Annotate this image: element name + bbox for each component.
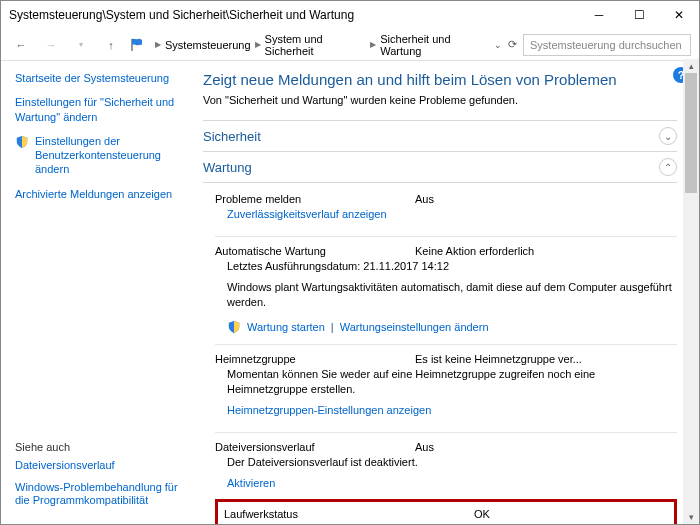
maintenance-settings-link[interactable]: Wartungseinstellungen ändern (340, 321, 489, 333)
drive-status-label: Laufwerkstatus (224, 508, 474, 520)
minimize-button[interactable]: ─ (579, 1, 619, 29)
section-maintenance[interactable]: Wartung ⌃ (203, 152, 677, 183)
page-subtitle: Von "Sicherheit und Wartung" wurden kein… (203, 94, 677, 106)
chevron-right-icon: ▶ (155, 40, 161, 49)
window-title: Systemsteuerung\System und Sicherheit\Si… (9, 8, 354, 22)
search-input[interactable]: Systemsteuerung durchsuchen (523, 34, 691, 56)
sidebar-link-uac[interactable]: Einstellungen der Benutzerkontensteuerun… (35, 134, 181, 177)
report-problems-label: Probleme melden (215, 193, 415, 205)
auto-maintenance-lastrun: Letztes Ausführungsdatum: 21.11.2017 14:… (215, 257, 677, 280)
recent-dropdown[interactable]: ▾ (69, 33, 93, 57)
reliability-history-link[interactable]: Zuverlässigkeitsverlauf anzeigen (227, 208, 387, 220)
forward-button[interactable]: → (39, 33, 63, 57)
chevron-right-icon: ▶ (370, 40, 376, 49)
refresh-icon[interactable]: ⟳ (508, 38, 517, 51)
seealso-filehistory[interactable]: Dateiversionsverlauf (15, 459, 181, 473)
filehistory-desc: Der Dateiversionsverlauf ist deaktiviert… (215, 453, 677, 476)
drive-status-value: OK (474, 508, 668, 520)
seealso-heading: Siehe auch (15, 441, 181, 453)
page-title: Zeigt neue Meldungen an und hilft beim L… (203, 71, 677, 88)
filehistory-enable-link[interactable]: Aktivieren (227, 477, 275, 489)
auto-maintenance-label: Automatische Wartung (215, 245, 415, 257)
drive-status-highlight: Laufwerkstatus OK Alle Laufwerke funktio… (215, 499, 677, 525)
filehistory-value: Aus (415, 441, 677, 453)
chevron-down-icon[interactable]: ⌄ (494, 40, 502, 50)
close-button[interactable]: ✕ (659, 1, 699, 29)
homegroup-value: Es ist keine Heimnetzgruppe ver... (415, 353, 677, 365)
auto-maintenance-desc: Windows plant Wartungsaktivitäten automa… (215, 280, 677, 316)
report-problems-value: Aus (415, 193, 677, 205)
start-maintenance-link[interactable]: Wartung starten (247, 321, 325, 333)
chevron-right-icon: ▶ (255, 40, 261, 49)
back-button[interactable]: ← (9, 33, 33, 57)
up-button[interactable]: ↑ (99, 33, 123, 57)
section-security[interactable]: Sicherheit ⌄ (203, 120, 677, 152)
section-security-label: Sicherheit (203, 129, 261, 144)
breadcrumb-item[interactable]: Systemsteuerung (165, 39, 251, 51)
seealso-compat-troubleshoot[interactable]: Windows-Problembehandlung für die Progra… (15, 481, 181, 509)
shield-icon (227, 320, 241, 334)
chevron-up-icon: ⌃ (659, 158, 677, 176)
breadcrumb-item[interactable]: Sicherheit und Wartung (380, 33, 486, 57)
search-placeholder: Systemsteuerung durchsuchen (530, 39, 682, 51)
auto-maintenance-value: Keine Aktion erforderlich (415, 245, 677, 257)
drive-status-desc: Alle Laufwerke funktionieren ordnungsgem… (224, 520, 668, 525)
homegroup-desc: Momentan können Sie weder auf eine Heimn… (215, 365, 677, 403)
link-separator: | (331, 321, 334, 333)
chevron-down-icon: ⌄ (659, 127, 677, 145)
shield-icon (15, 135, 29, 149)
breadcrumb-item[interactable]: System und Sicherheit (265, 33, 367, 57)
homegroup-settings-link[interactable]: Heimnetzgruppen-Einstellungen anzeigen (227, 404, 431, 416)
control-panel-flag-icon (129, 37, 145, 53)
sidebar-link-archived[interactable]: Archivierte Meldungen anzeigen (15, 187, 181, 201)
filehistory-label: Dateiversionsverlauf (215, 441, 415, 453)
section-maintenance-label: Wartung (203, 160, 252, 175)
maximize-button[interactable]: ☐ (619, 1, 659, 29)
sidebar-home-link[interactable]: Startseite der Systemsteuerung (15, 71, 181, 85)
homegroup-label: Heimnetzgruppe (215, 353, 415, 365)
breadcrumb[interactable]: ▶ Systemsteuerung ▶ System und Sicherhei… (151, 33, 517, 57)
sidebar-link-change-settings[interactable]: Einstellungen für "Sicherheit und Wartun… (15, 95, 181, 124)
